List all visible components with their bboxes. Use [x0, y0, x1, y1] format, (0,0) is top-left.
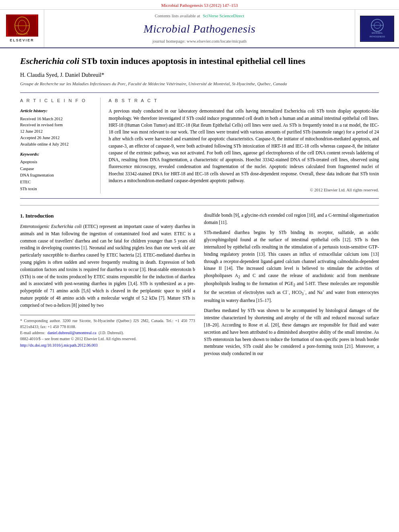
keyword-1: Apoptosis [20, 159, 95, 166]
right-para-2: STb-mediated diarrhea begins by STb bind… [204, 229, 379, 304]
history-online: Available online 4 July 2012 [20, 141, 95, 148]
footnote-text: Corresponding author. 3200 rue Sicotte, … [20, 318, 195, 329]
footnote-star: * [20, 318, 24, 323]
authors-line: H. Claudia Syed, J. Daniel Dubreuil* [20, 71, 379, 79]
section-title: Introduction [25, 213, 54, 219]
doi-line: http://dx.doi.org/10.1016/j.micpath.2012… [20, 342, 195, 348]
sciverse-prefix: Contents lists available at [155, 13, 200, 18]
history-accepted: Accepted 26 June 2012 [20, 135, 95, 141]
title-rest: STb toxin induces apoptosis in intestina… [79, 56, 305, 66]
affiliation-text: Groupe de Recherche sur les Maladies Inf… [20, 81, 287, 86]
keyword-5: STb toxin [20, 186, 95, 193]
keyword-3: DNA fragmentation [20, 172, 95, 179]
title-italic: Escherichia coli [20, 56, 79, 66]
right-para-3: Diarrhea mediated by STb was shown to be… [204, 307, 379, 357]
article-info-abstract: A R T I C L E I N F O Article history: R… [20, 92, 379, 199]
body-content: 1. Introduction Enterotoxigenic Escheric… [20, 212, 379, 361]
article-info-column: A R T I C L E I N F O Article history: R… [20, 98, 101, 193]
issn-line: 0882-4010/$ – see front matter © 2012 El… [20, 336, 195, 342]
article-title: Escherichia coli STb toxin induces apopt… [20, 55, 379, 67]
abstract-column: A B S T R A C T A previous study conduct… [109, 98, 379, 193]
right-logo-image: MICROBIAL PATHOGENESIS [360, 16, 394, 42]
svg-text:MICROBIAL: MICROBIAL [372, 32, 383, 34]
body-right-col: disulfide bonds [9], a glycine-rich exte… [204, 212, 379, 361]
email-link[interactable]: daniel.dubreuil@umontreal.ca [47, 331, 96, 335]
svg-text:PATHOGENESIS: PATHOGENESIS [369, 35, 385, 38]
history-received: Received 16 March 2012 [20, 116, 95, 122]
footnote-email-line: E-mail address: daniel.dubreuil@umontrea… [20, 330, 195, 336]
sciverse-line: Contents lists available at SciVerse Sci… [155, 13, 244, 19]
history-revised-date: 12 June 2012 [20, 128, 95, 135]
intro-heading: 1. Introduction [20, 212, 195, 220]
abstract-text: A previous study conducted in our labora… [109, 108, 379, 184]
elsevier-logo-section: ELSEVIER ELSEVIER [0, 10, 44, 47]
history-revised-label: Received in revised form [20, 122, 95, 128]
email-person: (J.D. Dubreuil). [99, 331, 124, 335]
journal-homepage: journal homepage: www.elsevier.com/locat… [152, 38, 247, 44]
copyright-line: © 2012 Elsevier Ltd. All rights reserved… [109, 187, 379, 193]
section-number: 1. [20, 213, 24, 219]
elsevier-logo: ELSEVIER ELSEVIER [6, 14, 38, 43]
abstract-label: A B S T R A C T [109, 98, 379, 104]
email-label: E-mail address: [20, 331, 45, 335]
affiliation-line: Groupe de Recherche sur les Maladies Inf… [20, 81, 379, 87]
footnote-corresponding: * Corresponding author. 3200 rue Sicotte… [20, 318, 195, 330]
journal-citation: Microbial Pathogenesis 53 (2012) 147–153 [161, 3, 238, 8]
doi-link[interactable]: http://dx.doi.org/10.1016/j.micpath.2012… [20, 343, 98, 347]
keyword-4: ETEC [20, 179, 95, 186]
keywords-section: Keywords: Apoptosis Caspase DNA fragment… [20, 151, 95, 192]
right-para-1: disulfide bonds [9], a glycine-rich exte… [204, 212, 379, 226]
keywords-title: Keywords: [20, 151, 95, 157]
elsevier-text: ELSEVIER [10, 38, 34, 43]
authors-text: H. Claudia Syed, J. Daniel Dubreuil* [20, 72, 104, 78]
etec-italic: Enterotoxigenic Escherichia coli [20, 224, 82, 229]
elsevier-logo-image: ELSEVIER [6, 14, 38, 37]
main-content: Escherichia coli STb toxin induces apopt… [0, 48, 399, 369]
svg-text:ELSEVIER: ELSEVIER [16, 33, 27, 35]
intro-left-text: Enterotoxigenic Escherichia coli (ETEC) … [20, 223, 195, 309]
footnote-area: * Corresponding author. 3200 rue Sicotte… [20, 315, 195, 348]
keyword-2: Caspase [20, 166, 95, 173]
journal-header-center: Contents lists available at SciVerse Sci… [44, 10, 355, 47]
journal-title: Microbial Pathogenesis [144, 21, 255, 37]
journal-header: ELSEVIER ELSEVIER Contents lists availab… [0, 10, 399, 48]
journal-topbar: Microbial Pathogenesis 53 (2012) 147–153 [0, 0, 399, 10]
history-title: Article history: [20, 108, 95, 114]
article-info-label: A R T I C L E I N F O [20, 98, 95, 104]
sciverse-link[interactable]: SciVerse ScienceDirect [203, 13, 244, 18]
right-logo-section: MICROBIAL PATHOGENESIS [355, 10, 399, 47]
body-left-col: 1. Introduction Enterotoxigenic Escheric… [20, 212, 195, 361]
page-wrapper: Microbial Pathogenesis 53 (2012) 147–153… [0, 0, 399, 369]
section-divider [20, 205, 379, 205]
